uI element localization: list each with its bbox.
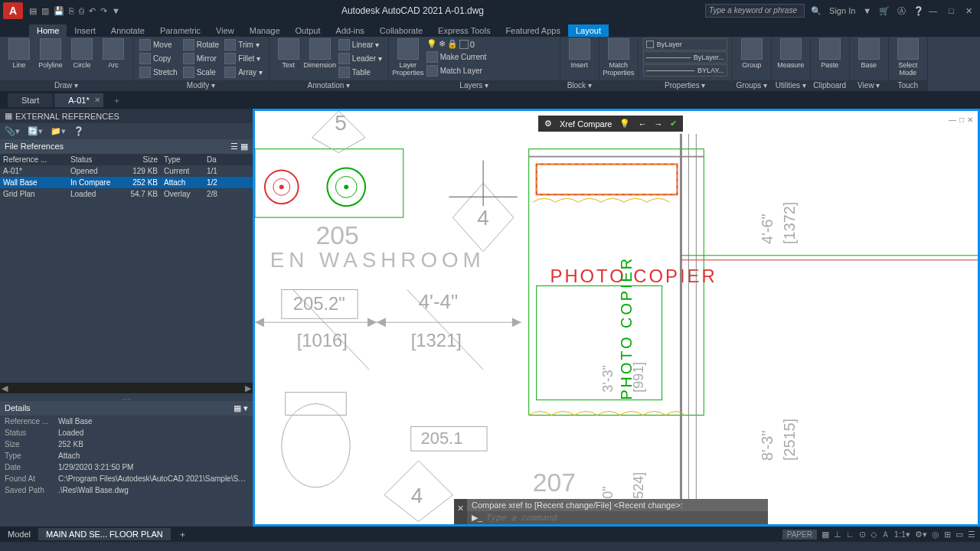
qat-new-icon[interactable]: ▤ (29, 6, 37, 16)
splitter[interactable]: ..... (0, 393, 253, 401)
line-button[interactable]: Line (5, 38, 34, 69)
doctab-start[interactable]: Start (8, 93, 53, 107)
tab-collaborate[interactable]: Collaborate (372, 24, 430, 37)
scroll-right-icon[interactable]: ▶ (245, 383, 251, 393)
linear-button[interactable]: Linear ▾ (337, 38, 384, 51)
tab-featured[interactable]: Featured Apps (498, 24, 568, 37)
th-type[interactable]: Type (161, 155, 204, 164)
cart-icon[interactable]: 🛒 (879, 6, 890, 16)
tab-insert[interactable]: Insert (67, 24, 103, 37)
th-status[interactable]: Status (67, 155, 127, 164)
lineweight-dropdown[interactable]: ByLayer... (643, 51, 727, 64)
group-draw-label[interactable]: Draw ▾ (0, 80, 132, 91)
drawing-canvas[interactable]: ⚙ Xref Compare 💡 ← → ✔ 4 (253, 109, 980, 527)
polar-icon[interactable]: ⊙ (859, 530, 866, 540)
group-button[interactable]: Group (737, 38, 766, 69)
hardware-icon[interactable]: ⊞ (944, 530, 951, 540)
color-dropdown[interactable]: ByLayer (643, 38, 727, 51)
qat-saveas-icon[interactable]: ⎘ (69, 6, 74, 16)
group-modify-label[interactable]: Modify ▾ (133, 80, 269, 91)
scale-icon[interactable]: 1:1▾ (894, 530, 910, 540)
paste-button[interactable]: Paste (815, 38, 844, 69)
gear-icon[interactable]: ⚙ (544, 119, 552, 129)
clean-icon[interactable]: ▭ (956, 530, 963, 540)
table-row[interactable]: Wall BaseIn Compare252 KBAttach1/2 (0, 177, 253, 188)
close-button[interactable]: ✕ (961, 6, 977, 15)
minimize-button[interactable]: — (924, 6, 942, 15)
base-button[interactable]: Base (854, 38, 884, 69)
maximize-viewport-icon[interactable]: □ (959, 116, 964, 124)
qat-plot-icon[interactable]: ⎙ (79, 6, 84, 16)
snap-icon[interactable]: ⊥ (834, 530, 841, 540)
search-icon[interactable]: 🔍 (811, 6, 822, 16)
tab-layout[interactable]: Layout (568, 24, 609, 37)
arc-button[interactable]: Arc (99, 38, 128, 69)
group-view-label[interactable]: View ▾ (850, 80, 888, 91)
tab-annotate[interactable]: Annotate (103, 24, 152, 37)
help-search-input[interactable]: Type a keyword or phrase (705, 4, 805, 18)
doctab-active[interactable]: A-01*✕ (54, 93, 103, 107)
grid-icon[interactable]: ▦ (822, 530, 829, 540)
tab-manage[interactable]: Manage (242, 24, 288, 37)
app-icon[interactable]: Ⓐ (897, 5, 906, 17)
doctab-close-icon[interactable]: ✕ (94, 96, 100, 104)
prev-arrow-icon[interactable]: ← (638, 119, 646, 129)
mirror-button[interactable]: Mirror (181, 52, 220, 65)
change-path-icon[interactable]: 📁▾ (51, 126, 66, 136)
group-properties-label[interactable]: Properties ▾ (639, 80, 732, 91)
qat-redo-icon[interactable]: ↷ (100, 6, 107, 16)
help-icon[interactable]: ❔ (913, 6, 924, 16)
circle-button[interactable]: Circle (67, 38, 96, 69)
tab-parametric[interactable]: Parametric (152, 24, 208, 37)
ortho-icon[interactable]: ∟ (846, 530, 854, 539)
table-row[interactable]: Grid PlanLoaded54.7 KBOverlay2/8 (0, 188, 253, 200)
rotate-button[interactable]: Rotate (181, 38, 220, 51)
bulb-icon[interactable]: 💡 (619, 119, 630, 129)
layout-tab-add[interactable]: ＋ (171, 527, 194, 542)
help-icon[interactable]: ❔ (74, 126, 84, 136)
th-date[interactable]: Da (204, 155, 231, 164)
qat-dropdown-icon[interactable]: ▼ (112, 6, 120, 16)
trim-button[interactable]: Trim ▾ (223, 38, 264, 51)
layout-tab-main[interactable]: MAIN AND SE... FLOOR PLAN (38, 528, 171, 540)
isolate-icon[interactable]: ◎ (932, 530, 939, 540)
doctab-add-button[interactable]: ＋ (105, 93, 129, 109)
attach-dwg-icon[interactable]: 📎▾ (5, 126, 20, 136)
layer-dropdown[interactable]: 💡❄🔒0 (425, 38, 555, 50)
group-block-label[interactable]: Block ▾ (560, 80, 599, 91)
cmdline-input[interactable] (485, 513, 763, 523)
accept-icon[interactable]: ✔ (670, 119, 677, 129)
tab-express[interactable]: Express Tools (430, 24, 498, 37)
polyline-button[interactable]: Polyline (36, 38, 65, 69)
qat-undo-icon[interactable]: ↶ (89, 6, 96, 16)
copy-button[interactable]: Copy (138, 52, 179, 65)
osnap-icon[interactable]: ◇ (871, 530, 877, 540)
signin-button[interactable]: Sign In (829, 6, 855, 15)
table-row[interactable]: A-01*Opened129 KBCurrent1/1 (0, 165, 253, 177)
list-options-icon[interactable]: ☰ ▦ (230, 142, 248, 152)
array-button[interactable]: Array ▾ (223, 66, 264, 79)
th-reference[interactable]: Reference ... (0, 155, 67, 164)
scroll-left-icon[interactable]: ◀ (2, 383, 8, 393)
th-size[interactable]: Size (127, 155, 161, 164)
linetype-dropdown[interactable]: BYLAY... (643, 64, 727, 77)
customize-icon[interactable]: ☰ (968, 530, 975, 540)
chevron-down-icon[interactable]: ▼ (863, 6, 871, 15)
tab-home[interactable]: Home (29, 24, 67, 37)
close-viewport-icon[interactable]: ✕ (967, 116, 973, 124)
group-groups-label[interactable]: Groups ▾ (733, 80, 771, 91)
minimize-viewport-icon[interactable]: — (949, 116, 956, 124)
group-utils-label[interactable]: Utilities ▾ (772, 80, 810, 91)
match-layer-button[interactable]: Match Layer (425, 64, 555, 77)
tab-addins[interactable]: Add-ins (328, 24, 372, 37)
layout-tab-model[interactable]: Model (0, 528, 38, 540)
hscrollbar[interactable]: ◀▶ (0, 383, 253, 393)
qat-open-icon[interactable]: ▥ (41, 6, 49, 16)
cmdline-close-icon[interactable]: ✕ (454, 499, 467, 524)
scale-button[interactable]: Scale (181, 66, 220, 79)
refresh-icon[interactable]: 🔄▾ (28, 126, 43, 136)
group-annotate-label[interactable]: Annotation ▾ (270, 80, 388, 91)
details-options-icon[interactable]: ▦ ▾ (234, 403, 248, 413)
maximize-button[interactable]: □ (944, 6, 959, 15)
leader-button[interactable]: Leader ▾ (337, 52, 384, 65)
